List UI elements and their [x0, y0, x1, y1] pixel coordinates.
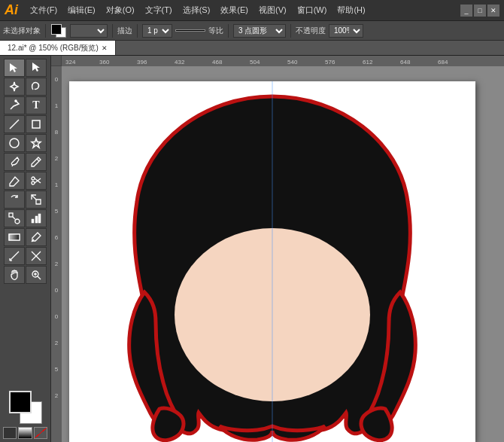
minimize-button[interactable]: _	[460, 5, 472, 17]
ellipse-tool[interactable]	[4, 134, 25, 152]
stroke-width-select[interactable]: 1 pt	[142, 24, 172, 38]
svg-text:6: 6	[55, 234, 59, 241]
scale-tool[interactable]	[26, 191, 47, 209]
tab-document[interactable]: 12.ai* @ 150% (RGB/预览) ✕	[0, 41, 116, 55]
toolbox: T	[0, 56, 51, 442]
color-mode-button[interactable]	[3, 427, 17, 439]
svg-text:432: 432	[175, 59, 185, 66]
svg-text:0: 0	[55, 287, 59, 294]
svg-text:0: 0	[55, 313, 59, 320]
shape-select[interactable]: 3 点圆形	[233, 24, 286, 38]
svg-line-29	[38, 276, 41, 279]
hand-tool[interactable]	[4, 266, 25, 284]
zoom-tool[interactable]	[26, 266, 47, 284]
tool-row-12	[4, 266, 47, 284]
svg-text:2: 2	[55, 392, 59, 399]
tool-row-1	[4, 59, 47, 77]
none-mode-button[interactable]	[34, 427, 47, 439]
menu-help[interactable]: 帮助(H)	[332, 3, 369, 17]
direct-select-tool[interactable]	[26, 59, 47, 77]
artwork	[69, 81, 475, 442]
menu-effect[interactable]: 效果(E)	[216, 3, 253, 17]
gradient-mode-button[interactable]	[18, 427, 32, 439]
eyedropper-tool[interactable]	[26, 228, 47, 246]
blend-tool[interactable]	[4, 209, 25, 227]
menu-view[interactable]: 视图(V)	[254, 3, 291, 17]
pencil-tool[interactable]	[26, 153, 47, 171]
canvas-content	[62, 66, 504, 442]
color-swatches[interactable]	[9, 391, 42, 424]
svg-text:324: 324	[65, 59, 76, 66]
svg-text:504: 504	[250, 59, 260, 66]
ruler-vertical: 0 1 8 2 1 5 6 2 0 0 2 5 2	[51, 66, 62, 442]
type-tool[interactable]: T	[26, 96, 47, 114]
canvas-area[interactable]: 324 360 396 432 468 504 540 576 612 648 …	[51, 56, 504, 442]
tool-row-10	[4, 228, 47, 246]
tab-close-button[interactable]: ✕	[102, 44, 108, 52]
menu-file[interactable]: 文件(F)	[26, 3, 62, 17]
color-modes	[3, 427, 47, 439]
svg-line-3	[10, 120, 19, 129]
tool-row-8	[4, 191, 47, 209]
svg-point-5	[10, 139, 19, 148]
star-tool[interactable]	[26, 134, 47, 152]
close-button[interactable]: ✕	[487, 5, 499, 17]
line-tool[interactable]	[4, 115, 25, 133]
menu-type[interactable]: 文字(T)	[141, 3, 177, 17]
svg-text:468: 468	[212, 59, 223, 66]
menu-select[interactable]: 选择(S)	[178, 3, 215, 17]
scissors-tool[interactable]	[26, 172, 47, 190]
tool-row-2	[4, 78, 47, 96]
magic-wand-tool[interactable]	[4, 78, 25, 96]
svg-rect-19	[38, 214, 41, 223]
brush-tool[interactable]	[4, 153, 25, 171]
opacity-select[interactable]: 100%	[329, 24, 363, 38]
opacity-label: 不透明度	[296, 26, 326, 36]
svg-point-2	[15, 100, 17, 102]
svg-text:1: 1	[55, 181, 59, 188]
menu-object[interactable]: 对象(O)	[102, 3, 139, 17]
svg-point-10	[32, 181, 35, 184]
gradient-tool[interactable]	[4, 228, 25, 246]
menu-window[interactable]: 窗口(W)	[293, 3, 332, 17]
fill-select[interactable]	[70, 24, 108, 38]
control-toolbar: 未选择对象 描边 1 pt 等比 3 点圆形 不透明度 100%	[0, 21, 504, 41]
svg-rect-44	[51, 66, 62, 442]
svg-line-7	[12, 165, 13, 166]
svg-marker-1	[32, 62, 40, 72]
svg-text:2: 2	[55, 340, 59, 346]
svg-text:5: 5	[55, 208, 59, 215]
tool-row-7	[4, 172, 47, 190]
window-controls: _ □ ✕	[460, 5, 499, 17]
svg-text:0: 0	[55, 76, 59, 83]
tool-row-4	[4, 115, 47, 133]
titlebar: Ai 文件(F) 编辑(E) 对象(O) 文字(T) 选择(S) 效果(E) 视…	[0, 0, 504, 21]
svg-text:8: 8	[55, 129, 59, 136]
svg-rect-14	[9, 213, 13, 217]
svg-text:360: 360	[99, 59, 110, 66]
svg-text:396: 396	[137, 59, 147, 66]
tool-row-5	[4, 134, 47, 152]
rotate-tool[interactable]	[4, 191, 25, 209]
main-area: T	[0, 56, 504, 442]
stroke-label: 描边	[117, 26, 132, 36]
slice-tool[interactable]	[26, 247, 47, 265]
select-tool[interactable]	[4, 59, 25, 77]
svg-text:5: 5	[55, 366, 59, 373]
app-logo: Ai	[5, 2, 18, 18]
svg-line-13	[32, 195, 36, 200]
svg-point-15	[15, 219, 20, 224]
tool-row-3: T	[4, 96, 47, 114]
lasso-tool[interactable]	[26, 78, 47, 96]
fill-stroke-mini[interactable]	[50, 23, 67, 38]
foreground-color-swatch[interactable]	[9, 391, 32, 413]
maximize-button[interactable]: □	[474, 5, 486, 17]
eraser-tool[interactable]	[4, 172, 25, 190]
menu-edit[interactable]: 编辑(E)	[63, 3, 100, 17]
measure-tool[interactable]	[4, 247, 25, 265]
tab-label: 12.ai* @ 150% (RGB/预览)	[8, 43, 99, 53]
rect-tool[interactable]	[26, 115, 47, 133]
graph-tool[interactable]	[26, 209, 47, 227]
pen-tool[interactable]	[4, 96, 25, 114]
selection-label: 未选择对象	[3, 26, 41, 36]
